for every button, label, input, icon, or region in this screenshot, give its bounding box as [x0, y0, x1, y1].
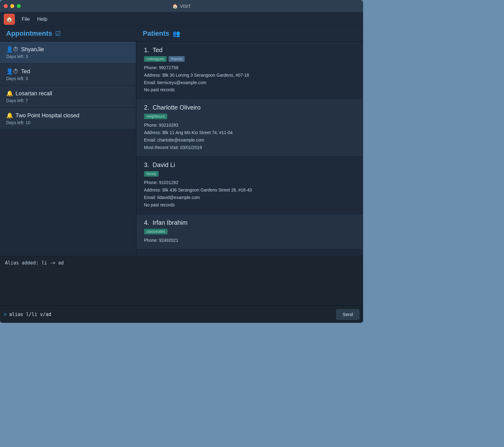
patient-card[interactable]: 3. David Li family Phone: 91031282 Addre…	[137, 156, 363, 214]
patient-address: Address: Blk 30 Lorong 3 Serangoon Garde…	[144, 72, 356, 79]
patient-card[interactable]: 2. Charlotte Oliveiro neighbours Phone: …	[137, 99, 363, 156]
menubar: 🏠 File Help	[0, 12, 363, 26]
input-prompt: >	[4, 311, 7, 317]
appointment-icon: 👤⏱	[6, 68, 19, 75]
patient-phone: Phone: 92492021	[144, 237, 356, 244]
patient-phone: Phone: 99272758	[144, 64, 356, 72]
patient-name: 1. Ted	[144, 47, 356, 54]
appointment-icon: 👤⏱	[6, 46, 19, 53]
send-button[interactable]: Send	[336, 309, 359, 320]
appointment-name: Two Point Hospital closed	[16, 112, 79, 119]
patient-name: 4. Irfan Ibrahim	[144, 219, 356, 226]
help-menu[interactable]: Help	[34, 15, 51, 24]
header-row: Appointments ☑ Patients 👥	[0, 26, 363, 42]
patient-address: Address: Blk 11 Ang Mo Kio Street 74, #1…	[144, 129, 356, 137]
command-input[interactable]	[9, 312, 334, 317]
appointment-days: Days left: 3	[6, 76, 130, 81]
console-output: Alias added: li -> ad	[5, 260, 64, 266]
people-icon: 👥	[173, 30, 180, 37]
patient-card[interactable]: 1. Ted colleaguesfriends Phone: 99272758…	[137, 42, 363, 99]
house-icon: 🏠	[172, 3, 178, 9]
patient-tags: family	[144, 171, 356, 177]
window-title: 🏠 VISIT	[172, 3, 191, 9]
appointments-panel: 👤⏱ ShyanJie Days left: 3 👤⏱ Ted Days lef…	[0, 42, 137, 256]
input-row: > Send	[0, 305, 363, 323]
appointment-name: Losartan recall	[16, 90, 52, 97]
appointment-item[interactable]: 🔔 Losartan recall Days left: 7	[0, 86, 136, 108]
app-icon: 🏠	[4, 14, 15, 25]
appointment-icon: 🔔	[6, 90, 13, 97]
patient-email: Email: lidavid@example.com	[144, 194, 356, 201]
patient-email: Email: charlotte@example.com	[144, 137, 356, 144]
patient-tags: neighbours	[144, 114, 356, 119]
patient-info: Phone: 91031282 Address: Blk 436 Serango…	[144, 179, 356, 209]
close-button[interactable]	[4, 4, 8, 8]
checkbox-icon: ☑	[55, 30, 61, 37]
main-window: 🏠 VISIT 🏠 File Help Appointments ☑ Patie…	[0, 0, 363, 323]
titlebar: 🏠 VISIT	[0, 0, 363, 12]
appointment-icon: 🔔	[6, 112, 13, 119]
minimize-button[interactable]	[10, 4, 14, 8]
patient-name: 3. David Li	[144, 161, 356, 169]
patient-tag: classmates	[144, 229, 168, 234]
patient-tag: colleagues	[144, 56, 167, 62]
patients-title: Patients	[143, 29, 169, 38]
appointment-days: Days left: 7	[6, 98, 130, 103]
patient-visit: No past records	[144, 86, 356, 94]
patients-header: Patients 👥	[137, 29, 363, 38]
appointment-days: Days left: 10	[6, 120, 130, 125]
appointment-item[interactable]: 👤⏱ ShyanJie Days left: 3	[0, 42, 136, 64]
patient-phone: Phone: 93210283	[144, 122, 356, 129]
patient-tag: friends	[169, 56, 185, 62]
appointments-header: Appointments ☑	[0, 29, 137, 38]
appointment-name: Ted	[21, 68, 30, 75]
patient-phone: Phone: 91031282	[144, 179, 356, 187]
traffic-lights	[4, 4, 21, 8]
file-menu[interactable]: File	[18, 15, 34, 24]
patient-card[interactable]: 4. Irfan Ibrahim classmates Phone: 92492…	[137, 214, 363, 250]
patient-tag: family	[144, 171, 159, 177]
appointment-item[interactable]: 👤⏱ Ted Days left: 3	[0, 64, 136, 86]
patient-name: 2. Charlotte Oliveiro	[144, 104, 356, 111]
console-area: Alias added: li -> ad	[0, 256, 363, 305]
patient-info: Phone: 93210283 Address: Blk 11 Ang Mo K…	[144, 122, 356, 151]
patient-tags: colleaguesfriends	[144, 56, 356, 62]
patients-panel: 1. Ted colleaguesfriends Phone: 99272758…	[137, 42, 363, 256]
maximize-button[interactable]	[17, 4, 21, 8]
appointment-item[interactable]: 🔔 Two Point Hospital closed Days left: 1…	[0, 108, 136, 130]
patient-info: Phone: 99272758 Address: Blk 30 Lorong 3…	[144, 64, 356, 94]
appointment-days: Days left: 3	[6, 54, 130, 59]
patient-tags: classmates	[144, 229, 356, 234]
patient-address: Address: Blk 436 Serangoon Gardens Stree…	[144, 187, 356, 194]
appointment-name: ShyanJie	[21, 46, 44, 53]
patient-email: Email: berniceyu@example.com	[144, 79, 356, 87]
patient-tag: neighbours	[144, 114, 167, 119]
patient-visit: Most Recent Visit: 03/01/2019	[144, 144, 356, 151]
main-content: 👤⏱ ShyanJie Days left: 3 👤⏱ Ted Days lef…	[0, 42, 363, 256]
patient-visit: No past records	[144, 201, 356, 209]
patient-info: Phone: 92492021	[144, 237, 356, 244]
appointments-title: Appointments	[6, 29, 52, 38]
